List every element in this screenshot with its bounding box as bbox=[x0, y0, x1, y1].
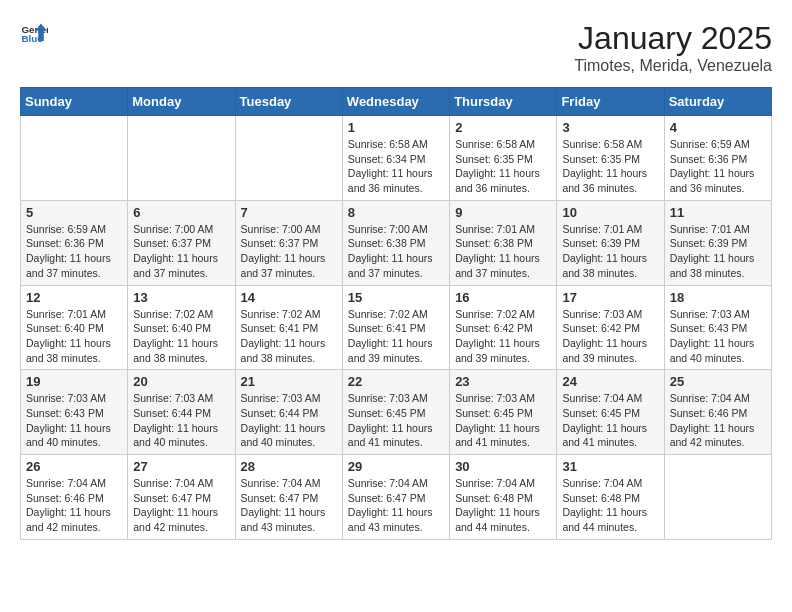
day-info: Sunrise: 7:01 AMSunset: 6:40 PMDaylight:… bbox=[26, 307, 122, 366]
calendar-cell bbox=[664, 455, 771, 540]
day-number: 13 bbox=[133, 290, 229, 305]
day-number: 21 bbox=[241, 374, 337, 389]
day-info: Sunrise: 7:01 AMSunset: 6:38 PMDaylight:… bbox=[455, 222, 551, 281]
calendar-cell: 28Sunrise: 7:04 AMSunset: 6:47 PMDayligh… bbox=[235, 455, 342, 540]
calendar-cell: 10Sunrise: 7:01 AMSunset: 6:39 PMDayligh… bbox=[557, 200, 664, 285]
day-info: Sunrise: 7:02 AMSunset: 6:41 PMDaylight:… bbox=[348, 307, 444, 366]
month-title: January 2025 bbox=[574, 20, 772, 57]
title-block: January 2025 Timotes, Merida, Venezuela bbox=[574, 20, 772, 75]
calendar-cell: 11Sunrise: 7:01 AMSunset: 6:39 PMDayligh… bbox=[664, 200, 771, 285]
calendar-cell: 14Sunrise: 7:02 AMSunset: 6:41 PMDayligh… bbox=[235, 285, 342, 370]
day-info: Sunrise: 7:01 AMSunset: 6:39 PMDaylight:… bbox=[562, 222, 658, 281]
location-title: Timotes, Merida, Venezuela bbox=[574, 57, 772, 75]
day-number: 22 bbox=[348, 374, 444, 389]
day-info: Sunrise: 7:04 AMSunset: 6:46 PMDaylight:… bbox=[670, 391, 766, 450]
logo-icon: General Blue bbox=[20, 20, 48, 48]
calendar-cell: 16Sunrise: 7:02 AMSunset: 6:42 PMDayligh… bbox=[450, 285, 557, 370]
weekday-header: Tuesday bbox=[235, 88, 342, 116]
calendar-cell: 27Sunrise: 7:04 AMSunset: 6:47 PMDayligh… bbox=[128, 455, 235, 540]
calendar-cell: 3Sunrise: 6:58 AMSunset: 6:35 PMDaylight… bbox=[557, 116, 664, 201]
day-number: 12 bbox=[26, 290, 122, 305]
day-info: Sunrise: 7:04 AMSunset: 6:48 PMDaylight:… bbox=[562, 476, 658, 535]
day-info: Sunrise: 7:01 AMSunset: 6:39 PMDaylight:… bbox=[670, 222, 766, 281]
weekday-header: Saturday bbox=[664, 88, 771, 116]
day-number: 28 bbox=[241, 459, 337, 474]
day-info: Sunrise: 7:03 AMSunset: 6:44 PMDaylight:… bbox=[241, 391, 337, 450]
calendar-cell: 2Sunrise: 6:58 AMSunset: 6:35 PMDaylight… bbox=[450, 116, 557, 201]
calendar-week-row: 26Sunrise: 7:04 AMSunset: 6:46 PMDayligh… bbox=[21, 455, 772, 540]
day-info: Sunrise: 7:00 AMSunset: 6:37 PMDaylight:… bbox=[241, 222, 337, 281]
calendar-week-row: 5Sunrise: 6:59 AMSunset: 6:36 PMDaylight… bbox=[21, 200, 772, 285]
day-number: 17 bbox=[562, 290, 658, 305]
day-number: 19 bbox=[26, 374, 122, 389]
calendar-cell: 29Sunrise: 7:04 AMSunset: 6:47 PMDayligh… bbox=[342, 455, 449, 540]
day-info: Sunrise: 7:04 AMSunset: 6:46 PMDaylight:… bbox=[26, 476, 122, 535]
day-number: 1 bbox=[348, 120, 444, 135]
calendar-cell: 6Sunrise: 7:00 AMSunset: 6:37 PMDaylight… bbox=[128, 200, 235, 285]
day-info: Sunrise: 7:03 AMSunset: 6:43 PMDaylight:… bbox=[26, 391, 122, 450]
day-number: 8 bbox=[348, 205, 444, 220]
day-number: 25 bbox=[670, 374, 766, 389]
day-number: 20 bbox=[133, 374, 229, 389]
calendar-cell bbox=[128, 116, 235, 201]
calendar-cell: 9Sunrise: 7:01 AMSunset: 6:38 PMDaylight… bbox=[450, 200, 557, 285]
day-number: 7 bbox=[241, 205, 337, 220]
day-number: 26 bbox=[26, 459, 122, 474]
day-number: 2 bbox=[455, 120, 551, 135]
day-info: Sunrise: 7:00 AMSunset: 6:37 PMDaylight:… bbox=[133, 222, 229, 281]
calendar-cell: 15Sunrise: 7:02 AMSunset: 6:41 PMDayligh… bbox=[342, 285, 449, 370]
day-info: Sunrise: 7:03 AMSunset: 6:45 PMDaylight:… bbox=[455, 391, 551, 450]
calendar-cell: 1Sunrise: 6:58 AMSunset: 6:34 PMDaylight… bbox=[342, 116, 449, 201]
calendar-cell: 18Sunrise: 7:03 AMSunset: 6:43 PMDayligh… bbox=[664, 285, 771, 370]
calendar-cell: 17Sunrise: 7:03 AMSunset: 6:42 PMDayligh… bbox=[557, 285, 664, 370]
day-info: Sunrise: 7:02 AMSunset: 6:40 PMDaylight:… bbox=[133, 307, 229, 366]
day-number: 5 bbox=[26, 205, 122, 220]
calendar-cell bbox=[235, 116, 342, 201]
calendar-cell: 26Sunrise: 7:04 AMSunset: 6:46 PMDayligh… bbox=[21, 455, 128, 540]
calendar-cell: 13Sunrise: 7:02 AMSunset: 6:40 PMDayligh… bbox=[128, 285, 235, 370]
calendar-cell: 21Sunrise: 7:03 AMSunset: 6:44 PMDayligh… bbox=[235, 370, 342, 455]
weekday-header: Thursday bbox=[450, 88, 557, 116]
calendar-cell: 5Sunrise: 6:59 AMSunset: 6:36 PMDaylight… bbox=[21, 200, 128, 285]
calendar-cell: 22Sunrise: 7:03 AMSunset: 6:45 PMDayligh… bbox=[342, 370, 449, 455]
logo: General Blue bbox=[20, 20, 48, 48]
calendar-week-row: 12Sunrise: 7:01 AMSunset: 6:40 PMDayligh… bbox=[21, 285, 772, 370]
calendar-cell: 31Sunrise: 7:04 AMSunset: 6:48 PMDayligh… bbox=[557, 455, 664, 540]
calendar-header-row: SundayMondayTuesdayWednesdayThursdayFrid… bbox=[21, 88, 772, 116]
day-info: Sunrise: 7:00 AMSunset: 6:38 PMDaylight:… bbox=[348, 222, 444, 281]
calendar-cell: 24Sunrise: 7:04 AMSunset: 6:45 PMDayligh… bbox=[557, 370, 664, 455]
day-number: 3 bbox=[562, 120, 658, 135]
calendar-cell: 12Sunrise: 7:01 AMSunset: 6:40 PMDayligh… bbox=[21, 285, 128, 370]
weekday-header: Sunday bbox=[21, 88, 128, 116]
day-number: 9 bbox=[455, 205, 551, 220]
day-number: 11 bbox=[670, 205, 766, 220]
day-number: 29 bbox=[348, 459, 444, 474]
day-info: Sunrise: 7:02 AMSunset: 6:42 PMDaylight:… bbox=[455, 307, 551, 366]
calendar-cell: 25Sunrise: 7:04 AMSunset: 6:46 PMDayligh… bbox=[664, 370, 771, 455]
weekday-header: Friday bbox=[557, 88, 664, 116]
calendar-cell bbox=[21, 116, 128, 201]
day-number: 24 bbox=[562, 374, 658, 389]
weekday-header: Wednesday bbox=[342, 88, 449, 116]
calendar-cell: 7Sunrise: 7:00 AMSunset: 6:37 PMDaylight… bbox=[235, 200, 342, 285]
day-number: 4 bbox=[670, 120, 766, 135]
calendar-table: SundayMondayTuesdayWednesdayThursdayFrid… bbox=[20, 87, 772, 540]
calendar-week-row: 1Sunrise: 6:58 AMSunset: 6:34 PMDaylight… bbox=[21, 116, 772, 201]
day-number: 6 bbox=[133, 205, 229, 220]
page-header: General Blue January 2025 Timotes, Merid… bbox=[20, 20, 772, 75]
calendar-cell: 20Sunrise: 7:03 AMSunset: 6:44 PMDayligh… bbox=[128, 370, 235, 455]
day-info: Sunrise: 6:59 AMSunset: 6:36 PMDaylight:… bbox=[670, 137, 766, 196]
calendar-cell: 4Sunrise: 6:59 AMSunset: 6:36 PMDaylight… bbox=[664, 116, 771, 201]
day-info: Sunrise: 7:04 AMSunset: 6:47 PMDaylight:… bbox=[348, 476, 444, 535]
day-info: Sunrise: 7:04 AMSunset: 6:48 PMDaylight:… bbox=[455, 476, 551, 535]
weekday-header: Monday bbox=[128, 88, 235, 116]
day-number: 31 bbox=[562, 459, 658, 474]
day-info: Sunrise: 7:03 AMSunset: 6:43 PMDaylight:… bbox=[670, 307, 766, 366]
day-number: 10 bbox=[562, 205, 658, 220]
day-info: Sunrise: 7:03 AMSunset: 6:44 PMDaylight:… bbox=[133, 391, 229, 450]
day-number: 23 bbox=[455, 374, 551, 389]
calendar-cell: 23Sunrise: 7:03 AMSunset: 6:45 PMDayligh… bbox=[450, 370, 557, 455]
day-info: Sunrise: 6:58 AMSunset: 6:35 PMDaylight:… bbox=[455, 137, 551, 196]
day-info: Sunrise: 7:04 AMSunset: 6:45 PMDaylight:… bbox=[562, 391, 658, 450]
day-number: 27 bbox=[133, 459, 229, 474]
